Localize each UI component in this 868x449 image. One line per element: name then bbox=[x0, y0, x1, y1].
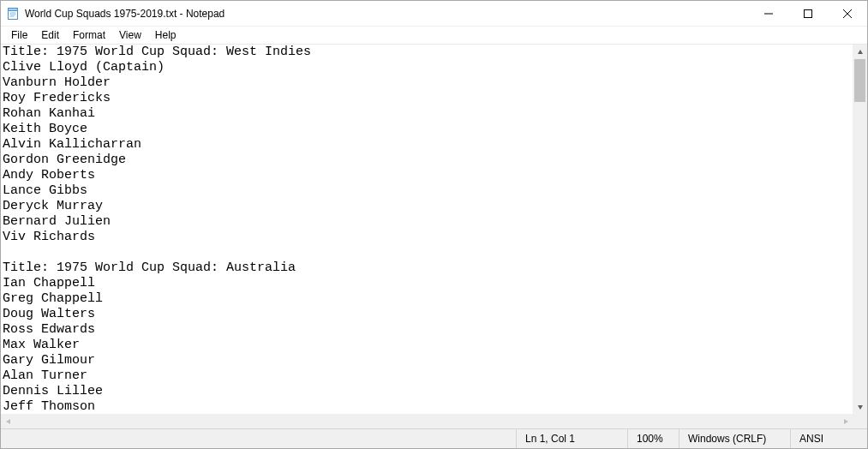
scroll-up-button[interactable] bbox=[853, 45, 867, 59]
menu-view[interactable]: View bbox=[112, 28, 148, 42]
vertical-scroll-thumb[interactable] bbox=[854, 59, 865, 102]
status-line-ending: Windows (CRLF) bbox=[679, 429, 790, 448]
svg-rect-6 bbox=[805, 9, 812, 17]
close-button[interactable] bbox=[828, 1, 867, 27]
notepad-icon bbox=[6, 7, 20, 21]
scroll-corner bbox=[853, 414, 867, 428]
scroll-left-button[interactable] bbox=[1, 414, 15, 428]
status-encoding: ANSI bbox=[790, 429, 867, 448]
menubar: File Edit Format View Help bbox=[1, 27, 867, 44]
svg-marker-11 bbox=[6, 419, 10, 424]
editor-area: Title: 1975 World Cup Squad: West Indies… bbox=[1, 44, 867, 428]
text-editor[interactable]: Title: 1975 World Cup Squad: West Indies… bbox=[1, 45, 867, 428]
scroll-down-button[interactable] bbox=[853, 399, 867, 414]
menu-file[interactable]: File bbox=[4, 28, 34, 42]
svg-marker-12 bbox=[844, 419, 848, 424]
minimize-button[interactable] bbox=[749, 1, 788, 27]
menu-edit[interactable]: Edit bbox=[34, 28, 66, 42]
statusbar: Ln 1, Col 1 100% Windows (CRLF) ANSI bbox=[1, 428, 867, 448]
svg-marker-10 bbox=[858, 405, 863, 410]
horizontal-scrollbar[interactable] bbox=[1, 414, 853, 428]
menu-help[interactable]: Help bbox=[148, 28, 183, 42]
titlebar: World Cup Squads 1975-2019.txt - Notepad bbox=[1, 1, 867, 27]
status-zoom: 100% bbox=[627, 429, 679, 448]
svg-marker-9 bbox=[858, 50, 863, 54]
scroll-right-button[interactable] bbox=[838, 414, 853, 428]
vertical-scrollbar[interactable] bbox=[853, 45, 867, 414]
maximize-button[interactable] bbox=[788, 1, 828, 27]
menu-format[interactable]: Format bbox=[66, 28, 112, 42]
window-title: World Cup Squads 1975-2019.txt - Notepad bbox=[25, 8, 224, 20]
svg-rect-1 bbox=[9, 8, 18, 10]
status-cursor: Ln 1, Col 1 bbox=[516, 429, 627, 448]
text-content[interactable]: Title: 1975 World Cup Squad: West Indies… bbox=[1, 45, 853, 428]
